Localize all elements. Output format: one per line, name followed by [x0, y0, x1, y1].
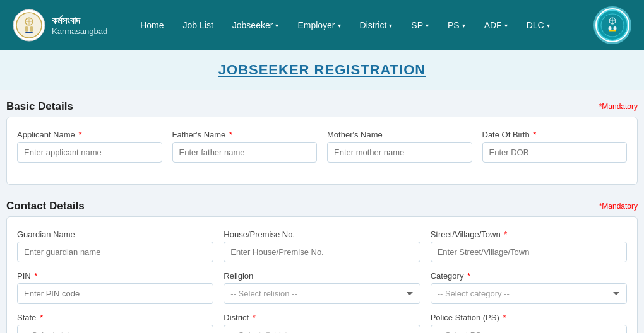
- svg-rect-9: [25, 32, 33, 33]
- district-select[interactable]: -- Select district --: [224, 325, 420, 333]
- nav-sp[interactable]: SP ▾: [403, 15, 436, 35]
- state-emblem: [593, 6, 631, 44]
- state-label: State *: [17, 313, 213, 322]
- contact-details-header: Contact Details *Mandatory: [6, 200, 638, 213]
- contact-row-2: PIN * Religion -- Select relision -- Ca: [17, 271, 627, 304]
- father-name-label: Father's Name *: [172, 130, 318, 139]
- required-star: *: [229, 130, 232, 139]
- applicant-name-group: Applicant Name *: [17, 130, 162, 163]
- nav-jobseeker[interactable]: Jobseeker ▾: [225, 15, 287, 35]
- page-content: JOBSEEKER REGISTRATION Basic Details *Ma…: [0, 50, 644, 333]
- brand-title: কর্মসংবাদ Karmasangbad: [52, 15, 107, 36]
- police-station-select[interactable]: -- Select PS --: [431, 325, 627, 333]
- house-premise-group: House/Premise No.: [224, 230, 420, 262]
- state-select[interactable]: -- Select state --: [17, 325, 213, 333]
- required-star: *: [533, 130, 536, 139]
- pin-group: PIN *: [17, 271, 213, 304]
- nav-home[interactable]: Home: [133, 15, 171, 35]
- required-star: *: [78, 130, 81, 139]
- required-star: *: [467, 271, 470, 281]
- dob-label: Date Of Birth *: [482, 130, 628, 139]
- navbar: কর্মসংবাদ Karmasangbad Home Job List Job…: [0, 0, 644, 50]
- required-star: *: [503, 313, 506, 322]
- pin-label: PIN *: [17, 271, 213, 281]
- guardian-name-group: Guardian Name: [17, 230, 213, 262]
- basic-details-section: Basic Details *Mandatory Applicant Name …: [0, 90, 644, 185]
- nav-ps[interactable]: PS ▾: [440, 15, 473, 35]
- district-label: District *: [224, 313, 420, 322]
- brand-english: Karmasangbad: [52, 26, 107, 36]
- svg-point-7: [25, 26, 28, 32]
- contact-row-1: Guardian Name House/Premise No. Street/V…: [17, 230, 627, 262]
- chevron-down-icon: ▾: [389, 22, 392, 29]
- applicant-name-label: Applicant Name *: [17, 130, 162, 139]
- house-premise-input[interactable]: [224, 242, 420, 262]
- basic-details-row: Applicant Name * Father's Name *: [17, 130, 627, 163]
- mother-name-input[interactable]: [327, 142, 472, 163]
- nav-dlc[interactable]: DLC ▾: [519, 15, 558, 35]
- mother-name-group: Mother's Name: [327, 130, 472, 163]
- brand: কর্মসংবাদ Karmasangbad: [13, 9, 107, 42]
- nav-employer-label: Employer: [297, 20, 335, 30]
- street-village-label: Street/Village/Town *: [431, 230, 627, 239]
- nav-ps-label: PS: [448, 20, 460, 30]
- contact-details-title: Contact Details: [6, 200, 85, 213]
- nav-job-list-label: Job List: [183, 20, 213, 30]
- nav-job-list[interactable]: Job List: [176, 15, 221, 35]
- police-station-group: Police Station (PS) * -- Select PS --: [431, 313, 627, 333]
- basic-details-header: Basic Details *Mandatory: [6, 100, 638, 113]
- state-group: State * -- Select state --: [17, 313, 213, 333]
- religion-label: Religion: [224, 271, 420, 281]
- contact-row-3: State * -- Select state -- District * --…: [17, 313, 627, 333]
- chevron-down-icon: ▾: [275, 22, 278, 29]
- nav-adf[interactable]: ADF ▾: [477, 15, 515, 35]
- svg-point-15: [609, 26, 612, 30]
- nav-menu: Home Job List Jobseeker ▾ Employer ▾ Dis…: [133, 15, 593, 35]
- chevron-down-icon: ▾: [462, 22, 465, 29]
- chevron-down-icon: ▾: [504, 22, 508, 29]
- guardian-name-label: Guardian Name: [17, 230, 213, 239]
- nav-dlc-label: DLC: [527, 20, 544, 30]
- nav-district-label: District: [360, 20, 387, 30]
- guardian-name-input[interactable]: [17, 242, 213, 262]
- police-station-label: Police Station (PS) *: [431, 313, 627, 322]
- street-village-input[interactable]: [431, 242, 627, 262]
- pin-input[interactable]: [17, 283, 213, 304]
- page-title: JOBSEEKER REGISTRATION: [11, 62, 633, 78]
- nav-home-label: Home: [140, 20, 164, 30]
- religion-select[interactable]: -- Select relision --: [224, 283, 420, 304]
- house-premise-label: House/Premise No.: [224, 230, 420, 239]
- chevron-down-icon: ▾: [547, 22, 550, 29]
- mandatory-note: *Mandatory: [599, 102, 638, 111]
- father-name-input[interactable]: [172, 142, 318, 163]
- contact-details-card: Guardian Name House/Premise No. Street/V…: [6, 216, 638, 333]
- district-group: District * -- Select district --: [224, 313, 420, 333]
- nav-adf-label: ADF: [484, 20, 502, 30]
- religion-group: Religion -- Select relision --: [224, 271, 420, 304]
- mandatory-note-contact: *Mandatory: [599, 202, 638, 211]
- basic-details-card: Applicant Name * Father's Name *: [6, 117, 638, 185]
- contact-details-section: Contact Details *Mandatory Guardian Name…: [0, 190, 644, 333]
- state-emblem-icon: [597, 9, 628, 41]
- required-star: *: [253, 313, 256, 322]
- svg-rect-17: [609, 30, 616, 32]
- required-star: *: [40, 313, 43, 322]
- nav-district[interactable]: District ▾: [352, 15, 400, 35]
- mother-name-label: Mother's Name: [327, 130, 472, 139]
- svg-point-11: [601, 14, 624, 37]
- ashoka-emblem-icon: [13, 9, 45, 42]
- required-star: *: [504, 230, 507, 239]
- nav-employer[interactable]: Employer ▾: [290, 15, 348, 35]
- applicant-name-input[interactable]: [17, 142, 162, 163]
- basic-details-title: Basic Details: [6, 100, 73, 113]
- dob-group: Date Of Birth *: [482, 130, 628, 163]
- category-group: Category * -- Select category --: [431, 271, 627, 304]
- chevron-down-icon: ▾: [426, 22, 429, 29]
- svg-point-16: [614, 26, 617, 30]
- chevron-down-icon: ▾: [338, 22, 341, 29]
- category-select[interactable]: -- Select category --: [431, 283, 627, 304]
- nav-jobseeker-label: Jobseeker: [232, 20, 273, 30]
- dob-input[interactable]: [482, 142, 628, 163]
- category-label: Category *: [431, 271, 627, 281]
- svg-point-8: [30, 26, 33, 32]
